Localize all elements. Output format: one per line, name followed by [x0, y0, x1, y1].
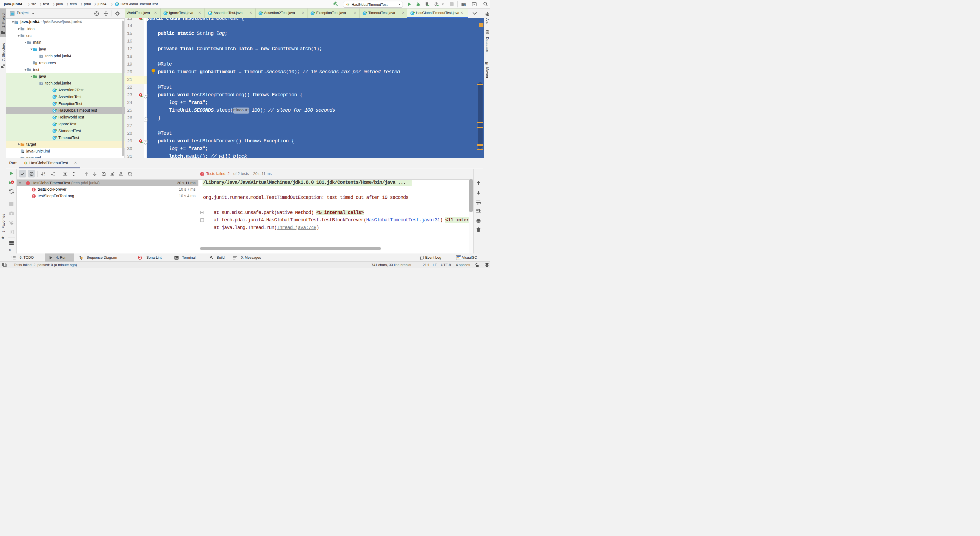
- svg-text:9: 9: [11, 180, 13, 183]
- svg-text:z: z: [44, 174, 45, 176]
- svg-text:C: C: [116, 3, 118, 6]
